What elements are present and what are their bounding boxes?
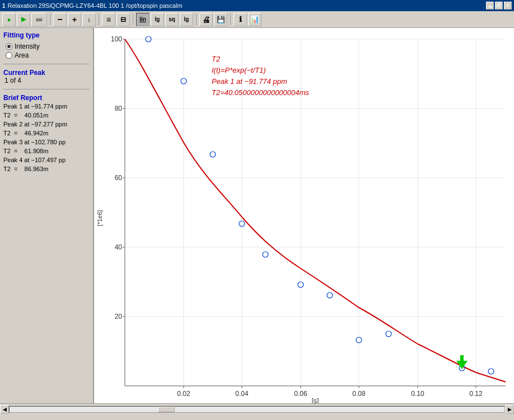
svg-rect-26	[460, 355, 464, 361]
report-line-8: T2 = 86.963m	[3, 164, 90, 173]
left-panel: Fitting type Intensity Area Current Peak…	[0, 28, 94, 403]
chart-svg: 100 80 60 40 20 [*1e6] 0.02 0.04 0.06 0.…	[94, 28, 514, 403]
fitting-type-group: Intensity Area	[3, 43, 90, 59]
annotation-line1: T2	[212, 55, 221, 63]
x-tick-006: 0.06	[294, 390, 307, 398]
x-tick-012: 0.12	[469, 390, 483, 398]
close-button[interactable]: ✕	[504, 2, 512, 10]
lg2-button[interactable]: lg	[180, 13, 193, 26]
scroll-right-button[interactable]: ▶	[505, 405, 514, 414]
report-line-1: Peak 1 at −91.774 ppm	[3, 102, 90, 111]
separator3	[133, 14, 133, 25]
lines2-button[interactable]: ⊟	[116, 13, 130, 26]
report-line-2: T2 = 40.051m	[3, 111, 90, 120]
area-radio[interactable]: Area	[6, 51, 90, 59]
restore-button[interactable]: 🗗	[495, 2, 503, 10]
lin-button[interactable]: lin	[136, 13, 149, 26]
current-peak-section: Current Peak 1 of 4	[3, 69, 90, 84]
chart-button[interactable]: 📊	[248, 13, 261, 26]
intensity-radio-circle[interactable]	[6, 43, 12, 50]
minus-button[interactable]: −	[53, 13, 67, 26]
brief-report-label: Brief Report	[3, 94, 90, 102]
x-tick-004: 0.04	[235, 390, 249, 398]
main-area: Fitting type Intensity Area Current Peak…	[0, 28, 514, 403]
y-tick-60: 60	[115, 174, 123, 182]
play-button[interactable]: ▶	[17, 13, 30, 26]
x-tick-008: 0.08	[352, 390, 366, 398]
y-tick-100: 100	[111, 35, 122, 43]
title-bar: 1 Relaxation 29SiQCPMG-LZY64-4BL 100 1 /…	[0, 0, 514, 11]
scrollbar-thumb[interactable]	[158, 407, 175, 412]
separator4	[196, 14, 197, 25]
bottom-bar: ◀ ▶	[0, 403, 514, 414]
report-line-3: Peak 2 at −97.277 ppm	[3, 120, 90, 129]
asi-button[interactable]: asi	[31, 13, 47, 26]
x-tick-010: 0.10	[411, 390, 424, 398]
report-line-6: T2 = 61.908m	[3, 147, 90, 155]
minimize-button[interactable]: 🗕	[486, 2, 494, 10]
sq-button[interactable]: sq	[165, 13, 179, 26]
y-axis-label: [*1e6]	[96, 210, 103, 226]
area-radio-circle[interactable]	[6, 52, 12, 59]
lines1-button[interactable]: ≡	[102, 13, 115, 26]
separator2	[99, 14, 99, 25]
plus-button[interactable]: +	[68, 13, 81, 26]
separator1	[50, 14, 50, 25]
annotation-line4: T2=40.0500000000000004ms	[212, 88, 309, 97]
fitting-type-label: Fitting type	[3, 31, 90, 39]
current-peak-label: Current Peak	[3, 69, 90, 77]
report-line-5: Peak 3 at −102.780 pp	[3, 138, 90, 147]
x-axis-label: [s]	[312, 397, 319, 403]
toolbar: ● ▶ asi − + ↕ ≡ ⊟ lin lg sq lg 🖨 💾 ℹ 📊	[0, 11, 514, 28]
info-button[interactable]: ℹ	[233, 13, 247, 26]
x-tick-002: 0.02	[177, 390, 190, 398]
scrollbar-track[interactable]	[9, 406, 505, 413]
area-label: Area	[15, 51, 29, 59]
window-title: Relaxation 29SiQCPMG-LZY64-4BL 100 1 /op…	[8, 2, 183, 9]
green-dot-button[interactable]: ●	[2, 13, 16, 26]
annotation-line2: I(t)=P*exp(−t/T1)	[212, 66, 266, 74]
brief-report-section: Brief Report Peak 1 at −91.774 ppm T2 = …	[3, 94, 90, 173]
report-line-4: T2 = 46.942m	[3, 129, 90, 138]
report-line-7: Peak 4 at −107.497 pp	[3, 155, 90, 164]
intensity-label: Intensity	[15, 43, 40, 50]
chart-area: 100 80 60 40 20 [*1e6] 0.02 0.04 0.06 0.…	[94, 28, 514, 403]
divider2	[3, 89, 90, 89]
y-tick-20: 20	[115, 313, 123, 320]
lg1-button[interactable]: lg	[151, 13, 164, 26]
svg-rect-0	[94, 28, 514, 403]
save-button[interactable]: 💾	[214, 13, 227, 26]
y-tick-40: 40	[115, 243, 123, 251]
scroll-left-button[interactable]: ◀	[0, 405, 9, 414]
separator5	[230, 14, 231, 25]
updown-button[interactable]: ↕	[82, 13, 96, 26]
annotation-line3: Peak 1 at −91.774 ppm	[212, 77, 287, 86]
intensity-radio[interactable]: Intensity	[6, 43, 90, 50]
title-icon: 1	[2, 3, 6, 9]
current-peak-value: 1 of 4	[3, 77, 90, 84]
y-tick-80: 80	[115, 105, 123, 112]
divider1	[3, 64, 90, 64]
printer-button[interactable]: 🖨	[199, 13, 213, 26]
